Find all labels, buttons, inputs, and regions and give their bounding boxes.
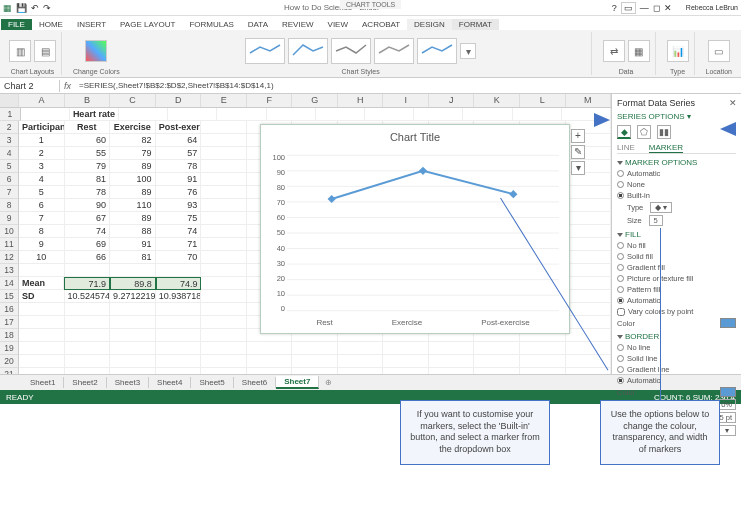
fill-color-picker[interactable] xyxy=(720,318,736,328)
col-L[interactable]: L xyxy=(520,94,566,107)
marker-size-input[interactable]: 5 xyxy=(649,215,663,226)
fx-icon[interactable]: fx xyxy=(60,81,75,91)
row-header[interactable]: 4 xyxy=(0,147,19,160)
row-header[interactable]: 2 xyxy=(0,121,19,134)
marker-type-dropdown[interactable]: ◆ ▾ xyxy=(650,202,672,213)
col-J[interactable]: J xyxy=(429,94,475,107)
row-header[interactable]: 17 xyxy=(0,316,19,329)
chart-style-1[interactable] xyxy=(245,38,285,64)
opt-vary[interactable]: Vary colors by point xyxy=(617,307,736,316)
chart-style-3[interactable] xyxy=(331,38,371,64)
ribbon-options-icon[interactable]: ▭ xyxy=(621,2,636,14)
chart-style-5[interactable] xyxy=(417,38,457,64)
row-header[interactable]: 15 xyxy=(0,290,19,303)
opt-gradfill[interactable]: Gradient fill xyxy=(617,263,736,272)
line-subtab[interactable]: LINE xyxy=(617,143,635,153)
tab-insert[interactable]: INSERT xyxy=(70,19,113,30)
col-A[interactable]: A xyxy=(19,94,65,107)
sheet-tab-2[interactable]: Sheet2 xyxy=(64,377,106,388)
embedded-chart[interactable]: + ✎ ▾ Chart Title 1009080706050403020100 xyxy=(260,124,570,334)
chart-filter-icon[interactable]: ▾ xyxy=(571,161,585,175)
opt-autoline[interactable]: Automatic xyxy=(617,376,736,385)
change-chart-type-icon[interactable]: 📊 xyxy=(667,40,689,62)
effects-tab-icon[interactable]: ⬠ xyxy=(637,125,651,139)
styles-more-icon[interactable]: ▾ xyxy=(460,43,476,59)
col-E[interactable]: E xyxy=(201,94,247,107)
row-header[interactable]: 18 xyxy=(0,329,19,342)
border-head[interactable]: BORDER xyxy=(617,332,736,341)
row-header[interactable]: 19 xyxy=(0,342,19,355)
chart-style-2[interactable] xyxy=(288,38,328,64)
chart-plus-icon[interactable]: + xyxy=(571,129,585,143)
change-colors-icon[interactable] xyxy=(85,40,107,62)
border-color-picker[interactable] xyxy=(720,387,736,397)
row-header[interactable]: 9 xyxy=(0,212,19,225)
maximize-icon[interactable]: ◻ xyxy=(653,3,660,13)
new-sheet-icon[interactable]: ⊕ xyxy=(319,378,338,387)
col-C[interactable]: C xyxy=(110,94,156,107)
quick-save-icon[interactable]: 💾 xyxy=(16,3,27,13)
data-markers[interactable] xyxy=(328,167,518,203)
row-header[interactable]: 11 xyxy=(0,238,19,251)
col-D[interactable]: D xyxy=(156,94,202,107)
row-header[interactable]: 14 xyxy=(0,277,19,290)
tab-view[interactable]: VIEW xyxy=(321,19,355,30)
row-header[interactable]: 16 xyxy=(0,303,19,316)
series-tab-icon[interactable]: ▮▮ xyxy=(657,125,671,139)
col-M[interactable]: M xyxy=(566,94,611,107)
row-header[interactable]: 21 xyxy=(0,368,19,374)
row-header[interactable]: 3 xyxy=(0,134,19,147)
tab-file[interactable]: FILE xyxy=(1,19,32,30)
opt-solidline[interactable]: Solid line xyxy=(617,354,736,363)
tab-data[interactable]: DATA xyxy=(241,19,275,30)
opt-automatic[interactable]: Automatic xyxy=(617,169,736,178)
sheet-tab-1[interactable]: Sheet1 xyxy=(22,377,64,388)
formula-input[interactable]: =SERIES(,Sheet7!$B$2:$D$2,Sheet7!$B$14:$… xyxy=(75,80,741,91)
row-header[interactable]: 10 xyxy=(0,225,19,238)
opt-builtin[interactable]: Built-in xyxy=(617,191,736,200)
opt-pattfill[interactable]: Pattern fill xyxy=(617,285,736,294)
opt-autofill[interactable]: Automatic xyxy=(617,296,736,305)
fill-line-tab-icon[interactable]: ◆ xyxy=(617,125,631,139)
tab-design[interactable]: DESIGN xyxy=(407,19,452,30)
opt-gradline[interactable]: Gradient line xyxy=(617,365,736,374)
spreadsheet-grid[interactable]: A B C D E F G H I J K L M 1Heart rate (b… xyxy=(0,94,611,374)
sheet-tab-6[interactable]: Sheet6 xyxy=(234,377,276,388)
row-header[interactable]: 20 xyxy=(0,355,19,368)
marker-options-head[interactable]: MARKER OPTIONS xyxy=(617,158,736,167)
select-all-corner[interactable] xyxy=(0,94,19,107)
panel-close-icon[interactable]: ✕ xyxy=(729,98,737,108)
data-series-line[interactable] xyxy=(332,171,514,199)
tab-formulas[interactable]: FORMULAS xyxy=(182,19,240,30)
minimize-icon[interactable]: — xyxy=(640,3,649,13)
move-chart-icon[interactable]: ▭ xyxy=(708,40,730,62)
fill-head[interactable]: FILL xyxy=(617,230,736,239)
help-icon[interactable]: ? xyxy=(612,3,617,13)
opt-solidfill[interactable]: Solid fill xyxy=(617,252,736,261)
col-H[interactable]: H xyxy=(338,94,384,107)
add-chart-element-icon[interactable]: ▥ xyxy=(9,40,31,62)
compound-dropdown[interactable]: ▾ xyxy=(718,425,736,436)
row-header[interactable]: 8 xyxy=(0,199,19,212)
chart-plot-area[interactable]: 1009080706050403020100 xyxy=(287,153,559,313)
tab-format[interactable]: FORMAT xyxy=(452,19,499,30)
row-header[interactable]: 12 xyxy=(0,251,19,264)
row-header[interactable]: 13 xyxy=(0,264,19,277)
tab-acrobat[interactable]: ACROBAT xyxy=(355,19,407,30)
tab-review[interactable]: REVIEW xyxy=(275,19,321,30)
quick-layout-icon[interactable]: ▤ xyxy=(34,40,56,62)
col-F[interactable]: F xyxy=(247,94,293,107)
opt-nofill[interactable]: No fill xyxy=(617,241,736,250)
opt-picfill[interactable]: Picture or texture fill xyxy=(617,274,736,283)
col-I[interactable]: I xyxy=(383,94,429,107)
sheet-tab-4[interactable]: Sheet4 xyxy=(149,377,191,388)
chart-brush-icon[interactable]: ✎ xyxy=(571,145,585,159)
tab-page-layout[interactable]: PAGE LAYOUT xyxy=(113,19,182,30)
undo-icon[interactable]: ↶ xyxy=(31,3,39,13)
select-data-icon[interactable]: ▦ xyxy=(628,40,650,62)
row-header[interactable]: 1 xyxy=(0,108,21,121)
close-icon[interactable]: ✕ xyxy=(664,3,672,13)
col-K[interactable]: K xyxy=(474,94,520,107)
marker-subtab[interactable]: MARKER xyxy=(649,143,683,153)
series-options-dropdown[interactable]: SERIES OPTIONS ▾ xyxy=(617,112,736,121)
